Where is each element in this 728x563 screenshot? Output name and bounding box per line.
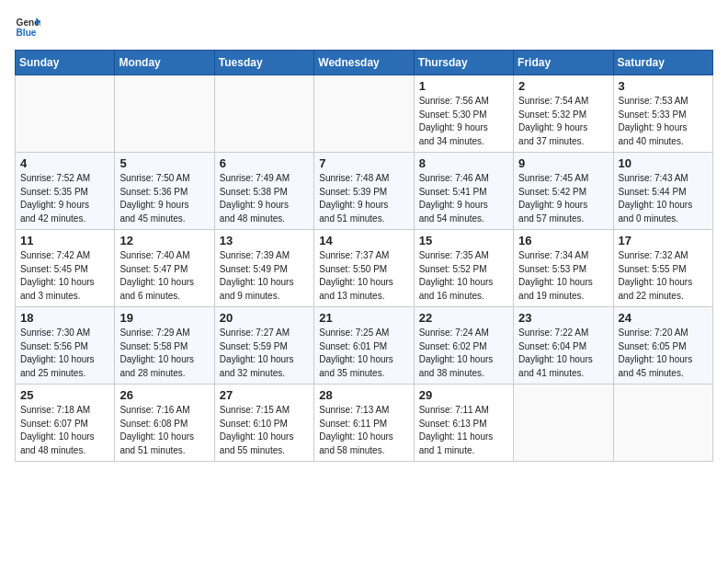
calendar-week-5: 25Sunrise: 7:18 AMSunset: 6:07 PMDayligh… [16,385,713,462]
day-number: 8 [419,156,508,170]
weekday-header-saturday: Saturday [613,51,712,75]
day-number: 9 [518,156,608,170]
weekday-header-monday: Monday [115,51,214,75]
calendar-cell: 15Sunrise: 7:35 AMSunset: 5:52 PMDayligh… [414,230,513,307]
calendar-cell: 20Sunrise: 7:27 AMSunset: 5:59 PMDayligh… [214,307,313,385]
day-info: Sunrise: 7:37 AMSunset: 5:50 PMDaylight:… [319,249,408,303]
day-info: Sunrise: 7:30 AMSunset: 5:56 PMDaylight:… [20,327,109,380]
calendar-cell: 6Sunrise: 7:49 AMSunset: 5:38 PMDaylight… [214,153,313,230]
day-info: Sunrise: 7:45 AMSunset: 5:42 PMDaylight:… [518,172,608,225]
day-number: 11 [20,234,109,247]
day-info: Sunrise: 7:40 AMSunset: 5:47 PMDaylight:… [119,249,209,303]
weekday-header-tuesday: Tuesday [214,51,313,75]
calendar-cell: 16Sunrise: 7:34 AMSunset: 5:53 PMDayligh… [514,230,613,307]
weekday-header-row: SundayMondayTuesdayWednesdayThursdayFrid… [16,51,713,75]
day-number: 20 [220,311,309,325]
day-number: 26 [119,388,209,402]
day-info: Sunrise: 7:34 AMSunset: 5:53 PMDaylight:… [518,249,608,303]
day-info: Sunrise: 7:13 AMSunset: 6:11 PMDaylight:… [319,404,408,457]
day-number: 21 [319,311,408,325]
day-info: Sunrise: 7:18 AMSunset: 6:07 PMDaylight:… [20,404,109,457]
day-number: 3 [619,79,708,93]
day-number: 19 [119,311,209,325]
day-info: Sunrise: 7:32 AMSunset: 5:55 PMDaylight:… [619,249,708,303]
day-number: 4 [20,156,109,170]
calendar-cell: 4Sunrise: 7:52 AMSunset: 5:35 PMDaylight… [16,153,115,230]
day-number: 6 [220,156,309,170]
day-number: 14 [319,234,408,247]
calendar-cell: 1Sunrise: 7:56 AMSunset: 5:30 PMDaylight… [414,75,513,153]
weekday-header-sunday: Sunday [16,51,115,75]
day-info: Sunrise: 7:22 AMSunset: 6:04 PMDaylight:… [518,327,608,380]
svg-text:Blue: Blue [17,28,37,38]
calendar-cell: 2Sunrise: 7:54 AMSunset: 5:32 PMDaylight… [514,75,613,153]
day-number: 24 [619,311,708,325]
calendar-cell: 8Sunrise: 7:46 AMSunset: 5:41 PMDaylight… [414,153,513,230]
day-number: 15 [419,234,508,247]
day-info: Sunrise: 7:48 AMSunset: 5:39 PMDaylight:… [319,172,408,225]
calendar-cell: 21Sunrise: 7:25 AMSunset: 6:01 PMDayligh… [314,307,414,385]
calendar-cell: 17Sunrise: 7:32 AMSunset: 5:55 PMDayligh… [613,230,712,307]
day-number: 23 [518,311,608,325]
calendar-cell: 14Sunrise: 7:37 AMSunset: 5:50 PMDayligh… [314,230,414,307]
day-number: 2 [518,79,608,93]
calendar-cell [115,75,214,153]
calendar-cell: 11Sunrise: 7:42 AMSunset: 5:45 PMDayligh… [16,230,115,307]
day-info: Sunrise: 7:46 AMSunset: 5:41 PMDaylight:… [419,172,508,225]
calendar-cell [214,75,313,153]
calendar-cell: 13Sunrise: 7:39 AMSunset: 5:49 PMDayligh… [214,230,313,307]
weekday-header-thursday: Thursday [414,51,513,75]
day-number: 1 [419,79,508,93]
calendar-cell: 29Sunrise: 7:11 AMSunset: 6:13 PMDayligh… [414,385,513,462]
calendar-cell: 5Sunrise: 7:50 AMSunset: 5:36 PMDaylight… [115,153,214,230]
day-info: Sunrise: 7:25 AMSunset: 6:01 PMDaylight:… [319,327,408,380]
calendar-cell: 28Sunrise: 7:13 AMSunset: 6:11 PMDayligh… [314,385,414,462]
day-number: 12 [119,234,209,247]
calendar-week-2: 4Sunrise: 7:52 AMSunset: 5:35 PMDaylight… [16,153,713,230]
day-info: Sunrise: 7:56 AMSunset: 5:30 PMDaylight:… [419,95,508,148]
calendar-cell: 7Sunrise: 7:48 AMSunset: 5:39 PMDaylight… [314,153,414,230]
calendar-cell: 3Sunrise: 7:53 AMSunset: 5:33 PMDaylight… [613,75,712,153]
calendar-cell [16,75,115,153]
day-info: Sunrise: 7:39 AMSunset: 5:49 PMDaylight:… [220,249,309,303]
logo: General Blue [15,15,40,40]
day-info: Sunrise: 7:27 AMSunset: 5:59 PMDaylight:… [220,327,309,380]
calendar-cell: 24Sunrise: 7:20 AMSunset: 6:05 PMDayligh… [613,307,712,385]
calendar-week-1: 1Sunrise: 7:56 AMSunset: 5:30 PMDaylight… [16,75,713,153]
calendar-cell: 9Sunrise: 7:45 AMSunset: 5:42 PMDaylight… [514,153,613,230]
weekday-header-friday: Friday [514,51,613,75]
calendar-table: SundayMondayTuesdayWednesdayThursdayFrid… [15,50,713,462]
day-info: Sunrise: 7:20 AMSunset: 6:05 PMDaylight:… [619,327,708,380]
calendar-cell: 18Sunrise: 7:30 AMSunset: 5:56 PMDayligh… [16,307,115,385]
day-info: Sunrise: 7:15 AMSunset: 6:10 PMDaylight:… [220,404,309,457]
day-number: 7 [319,156,408,170]
day-info: Sunrise: 7:52 AMSunset: 5:35 PMDaylight:… [20,172,109,225]
day-number: 25 [20,388,109,402]
day-number: 5 [119,156,209,170]
calendar-week-4: 18Sunrise: 7:30 AMSunset: 5:56 PMDayligh… [16,307,713,385]
day-number: 16 [518,234,608,247]
day-info: Sunrise: 7:54 AMSunset: 5:32 PMDaylight:… [518,95,608,148]
calendar-body: 1Sunrise: 7:56 AMSunset: 5:30 PMDaylight… [16,75,713,462]
day-number: 13 [220,234,309,247]
day-number: 18 [20,311,109,325]
day-number: 28 [319,388,408,402]
calendar-cell: 25Sunrise: 7:18 AMSunset: 6:07 PMDayligh… [16,385,115,462]
day-number: 22 [419,311,508,325]
day-info: Sunrise: 7:50 AMSunset: 5:36 PMDaylight:… [119,172,209,225]
calendar-cell: 19Sunrise: 7:29 AMSunset: 5:58 PMDayligh… [115,307,214,385]
calendar-cell [514,385,613,462]
day-info: Sunrise: 7:11 AMSunset: 6:13 PMDaylight:… [419,404,508,457]
calendar-cell: 12Sunrise: 7:40 AMSunset: 5:47 PMDayligh… [115,230,214,307]
day-number: 17 [619,234,708,247]
day-info: Sunrise: 7:53 AMSunset: 5:33 PMDaylight:… [619,95,708,148]
day-info: Sunrise: 7:49 AMSunset: 5:38 PMDaylight:… [220,172,309,225]
day-number: 29 [419,388,508,402]
calendar-cell [314,75,414,153]
calendar-cell: 23Sunrise: 7:22 AMSunset: 6:04 PMDayligh… [514,307,613,385]
day-info: Sunrise: 7:16 AMSunset: 6:08 PMDaylight:… [119,404,209,457]
page-header: General Blue [15,15,713,40]
day-info: Sunrise: 7:43 AMSunset: 5:44 PMDaylight:… [619,172,708,225]
day-info: Sunrise: 7:24 AMSunset: 6:02 PMDaylight:… [419,327,508,380]
calendar-cell: 22Sunrise: 7:24 AMSunset: 6:02 PMDayligh… [414,307,513,385]
